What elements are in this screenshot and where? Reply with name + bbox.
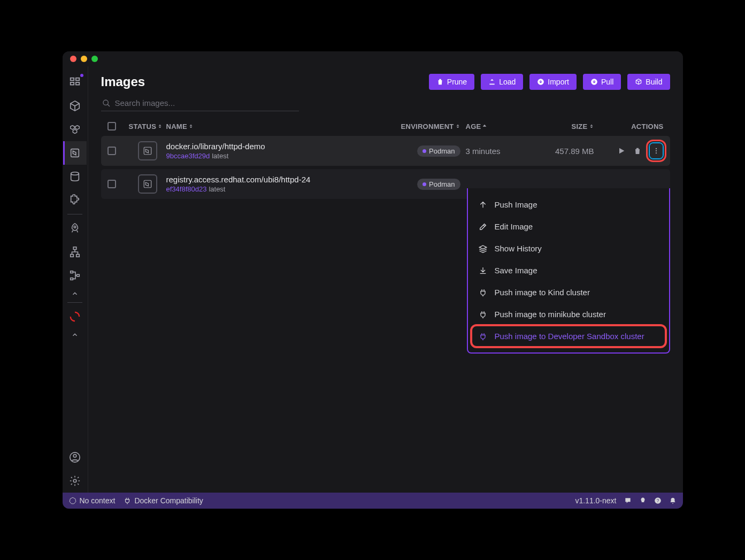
menu-push-sandbox[interactable]: Push image to Developer Sandbox cluster (471, 325, 666, 347)
age-value: 3 minutes (460, 147, 525, 156)
download-icon (479, 266, 487, 275)
cube-icon (69, 100, 81, 112)
kebab-icon (652, 147, 660, 155)
plug-icon (479, 310, 487, 319)
sidebar-tree[interactable] (63, 264, 87, 287)
sort-icon (455, 124, 460, 129)
help-icon: ? (654, 497, 662, 504)
image-tag: latest (209, 185, 225, 193)
sidebar-separator (67, 302, 82, 303)
col-size[interactable]: SIZE (525, 122, 594, 131)
play-button[interactable] (617, 146, 626, 156)
sidebar-account[interactable] (63, 446, 87, 469)
svg-rect-4 (71, 149, 79, 157)
sidebar-collapse-up-2[interactable] (63, 328, 87, 341)
image-layers-icon (143, 146, 152, 156)
status-version[interactable]: v1.11.0-next (575, 496, 616, 505)
svg-rect-7 (73, 247, 76, 250)
trash-icon (633, 147, 642, 155)
sidebar-images[interactable] (63, 141, 87, 165)
delete-button[interactable] (633, 146, 642, 156)
select-all-checkbox[interactable] (107, 122, 116, 131)
status-context[interactable]: No context (69, 496, 116, 505)
search-box[interactable] (101, 95, 299, 111)
window-maximize-icon[interactable] (91, 56, 98, 62)
menu-save-image[interactable]: Save Image (468, 259, 669, 281)
volume-icon (69, 171, 81, 182)
menu-edit-image[interactable]: Edit Image (468, 216, 669, 237)
sidebar-pods[interactable] (63, 118, 87, 141)
kubernetes-icon (69, 497, 76, 504)
svg-rect-19 (144, 147, 151, 155)
sidebar-settings[interactable] (63, 469, 87, 493)
status-badge (138, 141, 157, 160)
svg-point-21 (655, 150, 656, 151)
image-name-cell[interactable]: registry.access.redhat.com/ubi8/httpd-24… (166, 175, 396, 193)
import-label: Import (548, 78, 569, 86)
cube-icon (635, 78, 642, 86)
gear-icon (69, 475, 81, 487)
layers-icon (479, 244, 487, 253)
window-minimize-icon[interactable] (81, 56, 87, 62)
svg-rect-11 (71, 278, 73, 280)
table-row[interactable]: docker.io/library/httpd-demo 9bccae3fd29… (101, 136, 670, 166)
col-environment[interactable]: ENVIRONMENT (396, 122, 460, 131)
lightbulb-icon (639, 497, 647, 504)
build-button[interactable]: Build (627, 74, 670, 90)
col-age[interactable]: AGE (460, 122, 525, 131)
pull-button[interactable]: Pull (583, 74, 621, 90)
sidebar-loading[interactable] (63, 305, 87, 328)
row-checkbox[interactable] (107, 147, 116, 155)
sidebar-containers[interactable] (63, 94, 87, 118)
more-actions-button[interactable] (649, 142, 664, 159)
menu-push-image[interactable]: Push Image (468, 194, 669, 216)
image-tag: latest (212, 152, 228, 160)
sidebar-rocket[interactable] (63, 217, 87, 240)
sidebar-extensions[interactable] (63, 188, 87, 212)
upload-icon (488, 78, 496, 86)
sidebar-dashboard[interactable] (63, 71, 87, 94)
status-notifications[interactable] (669, 497, 677, 504)
sort-asc-icon (482, 124, 487, 129)
status-docker-compat[interactable]: Docker Compatibility (124, 496, 203, 505)
network-icon (69, 246, 81, 258)
image-name: registry.access.redhat.com/ubi8/httpd-24 (166, 175, 396, 184)
svg-rect-12 (77, 274, 80, 277)
env-dot-icon (423, 149, 426, 153)
status-help[interactable]: ? (654, 497, 662, 504)
menu-push-minikube[interactable]: Push image to minikube cluster (468, 303, 669, 325)
search-icon (102, 99, 111, 108)
load-button[interactable]: Load (481, 74, 523, 90)
col-name[interactable]: NAME (166, 122, 396, 131)
sidebar-network[interactable] (63, 240, 87, 264)
environment-badge: Podman (417, 145, 460, 157)
svg-rect-1 (76, 78, 79, 81)
col-actions: ACTIONS (594, 122, 664, 131)
import-button[interactable]: Import (529, 74, 577, 90)
menu-push-kind[interactable]: Push image to Kind cluster (468, 281, 669, 303)
prune-label: Prune (447, 78, 467, 86)
page-header: Images Prune Load Import Pull (88, 66, 683, 93)
context-menu: Push Image Edit Image Show History Save … (467, 188, 670, 354)
sidebar-volumes[interactable] (63, 165, 87, 188)
chat-icon (624, 497, 632, 504)
row-checkbox[interactable] (107, 180, 116, 188)
bell-icon (669, 497, 677, 504)
page-title: Images (101, 74, 423, 89)
search-input[interactable] (115, 98, 298, 108)
menu-show-history[interactable]: Show History (468, 237, 669, 259)
window-close-icon[interactable] (70, 56, 76, 62)
cubes-icon (69, 124, 81, 135)
plug-icon (479, 288, 487, 297)
svg-rect-10 (71, 271, 73, 273)
svg-point-15 (73, 479, 76, 482)
plug-icon (479, 332, 487, 341)
col-status[interactable]: STATUS (129, 122, 166, 131)
svg-rect-2 (71, 82, 74, 85)
status-hint[interactable] (639, 497, 647, 504)
chevron-up-icon (71, 331, 79, 339)
image-name-cell[interactable]: docker.io/library/httpd-demo 9bccae3fd29… (166, 142, 396, 160)
prune-button[interactable]: Prune (429, 74, 474, 90)
sidebar-collapse-up[interactable] (63, 287, 87, 300)
status-feedback[interactable] (624, 497, 632, 504)
